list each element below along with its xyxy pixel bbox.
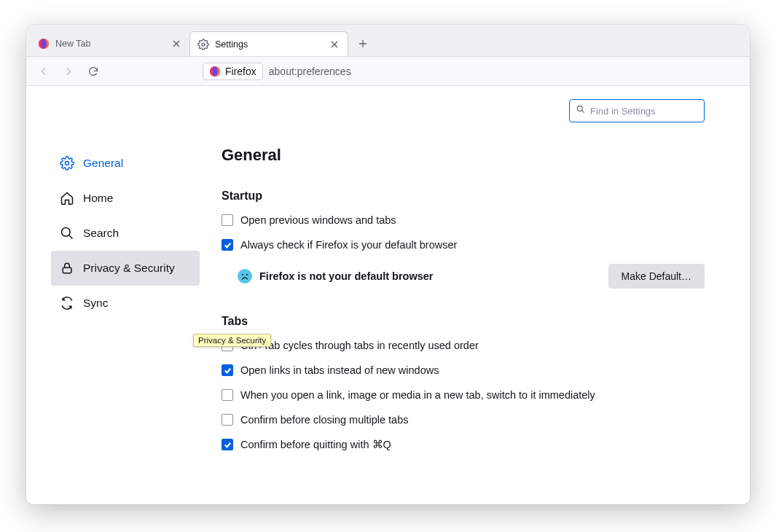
sidebar-item-label: General <box>83 157 123 170</box>
sad-face-icon <box>238 269 252 283</box>
identity-box[interactable]: Firefox <box>203 63 263 80</box>
close-icon[interactable] <box>171 38 182 50</box>
pref-label: When you open a link, image or media in … <box>240 389 595 401</box>
page-title: General <box>222 146 705 165</box>
search-icon <box>60 226 74 240</box>
lock-icon <box>60 261 74 275</box>
default-status-text: Firefox is not your default browser <box>259 270 433 282</box>
pref-label: Ctrl+Tab cycles through tabs in recently… <box>240 340 479 351</box>
checkbox[interactable] <box>222 389 233 401</box>
close-icon[interactable] <box>329 39 340 50</box>
url-text: about:preferences <box>269 66 351 77</box>
checkbox[interactable] <box>222 414 233 426</box>
tab-title: Settings <box>215 39 323 50</box>
tooltip: Privacy & Security <box>193 334 271 347</box>
pref-label: Always check if Firefox is your default … <box>240 239 457 251</box>
identity-brand: Firefox <box>225 66 256 77</box>
pref-label: Confirm before quitting with ⌘Q <box>240 439 391 450</box>
sync-icon <box>60 296 74 310</box>
tab-strip: New Tab Settings <box>26 25 750 57</box>
svg-point-8 <box>246 274 248 275</box>
sidebar-item-label: Sync <box>83 297 108 310</box>
gear-icon <box>197 39 209 50</box>
section-startup-title: Startup <box>222 189 705 203</box>
sidebar-item-label: Privacy & Security <box>83 262 175 275</box>
tab-new-tab[interactable]: New Tab <box>31 31 189 56</box>
svg-point-7 <box>242 274 243 275</box>
home-icon <box>60 191 74 206</box>
pref-always-check-default[interactable]: Always check if Firefox is your default … <box>222 239 705 251</box>
pref-switch-new-tab[interactable]: When you open a link, image or media in … <box>222 389 705 401</box>
svg-point-1 <box>202 43 205 46</box>
checkbox[interactable] <box>222 364 233 376</box>
forward-button[interactable] <box>58 61 79 82</box>
reload-button[interactable] <box>83 61 103 82</box>
svg-point-5 <box>62 228 71 237</box>
new-tab-button[interactable] <box>353 34 373 54</box>
svg-point-4 <box>66 162 69 165</box>
preferences-content: General Home Search Privacy & Security <box>26 86 750 504</box>
search-icon <box>576 104 586 117</box>
checkbox[interactable] <box>222 214 233 226</box>
sidebar-item-privacy[interactable]: Privacy & Security <box>51 251 200 286</box>
browser-window: New Tab Settings <box>26 25 750 504</box>
pref-confirm-quit[interactable]: Confirm before quitting with ⌘Q <box>222 439 705 450</box>
firefox-icon <box>209 66 221 77</box>
category-sidebar: General Home Search Privacy & Security <box>26 86 200 504</box>
section-tabs-title: Tabs <box>222 315 705 328</box>
sidebar-item-label: Home <box>83 192 113 205</box>
gear-icon <box>60 156 74 171</box>
search-container <box>569 99 705 122</box>
checkbox[interactable] <box>222 239 233 251</box>
pref-label: Confirm before closing multiple tabs <box>240 414 409 426</box>
checkbox[interactable] <box>222 439 233 450</box>
sidebar-item-home[interactable]: Home <box>51 181 200 216</box>
svg-rect-6 <box>63 267 71 273</box>
pref-confirm-close[interactable]: Confirm before closing multiple tabs <box>222 414 705 426</box>
make-default-button[interactable]: Make Default… <box>608 264 705 289</box>
toolbar: Firefox about:preferences <box>26 57 750 86</box>
main-panel: General Startup Open previous windows an… <box>200 86 750 504</box>
pref-label: Open previous windows and tabs <box>240 214 396 226</box>
sidebar-item-label: Search <box>83 227 119 240</box>
tab-settings[interactable]: Settings <box>189 31 348 56</box>
tab-title: New Tab <box>55 39 165 49</box>
pref-ctrl-tab[interactable]: Ctrl+Tab cycles through tabs in recently… <box>222 340 705 351</box>
back-button[interactable] <box>34 61 54 82</box>
sidebar-item-general[interactable]: General <box>51 146 200 181</box>
svg-point-3 <box>577 106 582 111</box>
sidebar-item-search[interactable]: Search <box>51 216 200 251</box>
pref-open-links-tabs[interactable]: Open links in tabs instead of new window… <box>222 364 705 376</box>
search-input[interactable] <box>590 106 713 117</box>
firefox-icon <box>38 38 50 50</box>
sidebar-item-sync[interactable]: Sync <box>51 286 200 321</box>
url-bar[interactable]: Firefox about:preferences <box>203 60 742 82</box>
pref-open-previous[interactable]: Open previous windows and tabs <box>222 214 705 226</box>
default-browser-row: Firefox is not your default browser Make… <box>238 264 705 289</box>
pref-label: Open links in tabs instead of new window… <box>240 364 439 376</box>
